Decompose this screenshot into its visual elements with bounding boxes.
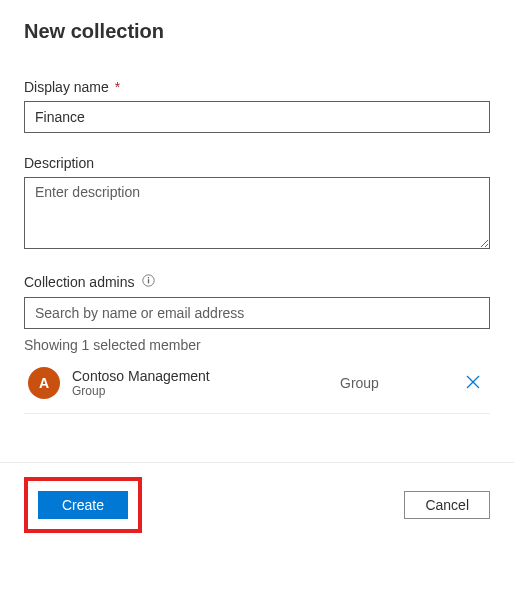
required-marker: * [115,79,120,95]
display-name-label-text: Display name [24,79,109,95]
svg-rect-2 [148,280,149,284]
description-input[interactable] [24,177,490,249]
display-name-field: Display name * [24,79,490,133]
page-title: New collection [24,20,490,43]
collection-admins-label: Collection admins [24,274,490,291]
member-type: Group [340,375,450,391]
member-subtext: Group [72,384,340,398]
remove-member-button[interactable] [460,369,486,398]
collection-admins-label-text: Collection admins [24,274,135,290]
svg-point-1 [148,277,149,278]
footer: Create Cancel [0,463,514,553]
description-field: Description [24,155,490,252]
display-name-input[interactable] [24,101,490,133]
create-highlight: Create [24,477,142,533]
collection-admins-field: Collection admins Showing 1 selected mem… [24,274,490,414]
info-icon[interactable] [142,274,155,290]
admins-search-input[interactable] [24,297,490,329]
close-icon [466,375,480,392]
description-label: Description [24,155,490,171]
avatar: A [28,367,60,399]
member-name: Contoso Management [72,368,340,384]
new-collection-panel: New collection Display name * Descriptio… [0,0,514,414]
member-row: A Contoso Management Group Group [24,353,490,414]
cancel-button[interactable]: Cancel [404,491,490,519]
display-name-label: Display name * [24,79,490,95]
member-info: Contoso Management Group [72,368,340,398]
selected-count-text: Showing 1 selected member [24,337,490,353]
create-button[interactable]: Create [38,491,128,519]
